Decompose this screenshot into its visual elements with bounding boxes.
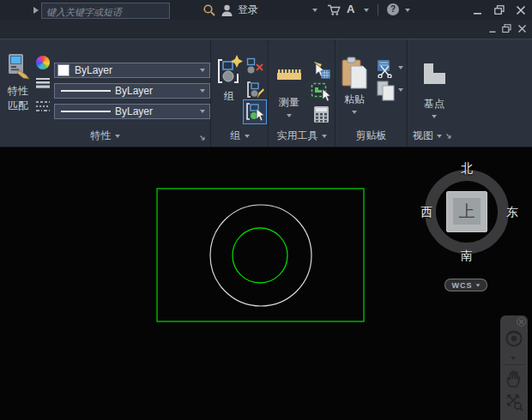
- linetype-sample: [61, 111, 111, 112]
- wcs-menu-button[interactable]: WCS: [444, 279, 487, 291]
- lineweight-icon[interactable]: [35, 77, 51, 91]
- lineweight-sample: [61, 90, 111, 92]
- linetype-dropdown[interactable]: ByLayer: [54, 104, 210, 119]
- utilities-panel-title-label: 实用工具: [277, 129, 318, 143]
- pan-hand-icon[interactable]: [505, 369, 523, 388]
- properties-dialog-launcher-icon[interactable]: [199, 135, 206, 141]
- cut-caret-icon[interactable]: [398, 66, 403, 69]
- color-wheel-icon[interactable]: [36, 56, 50, 69]
- match-properties-button[interactable]: 特性 匹配: [3, 53, 33, 113]
- group-selection-toggle[interactable]: [243, 99, 267, 124]
- viewcube-north-label[interactable]: 北: [458, 161, 475, 177]
- login-button[interactable]: 登录: [238, 0, 258, 20]
- clipboard-panel-title[interactable]: 剪贴板: [336, 129, 407, 143]
- utilities-panel-title[interactable]: 实用工具: [269, 129, 335, 143]
- lineweight-value: ByLayer: [115, 85, 153, 97]
- properties-panel-title[interactable]: 特性: [0, 129, 210, 143]
- panel-view: 基点 视图: [408, 39, 469, 147]
- app-store-cart-icon[interactable]: [327, 3, 341, 16]
- properties-panel-caret-icon: [115, 135, 120, 138]
- autodesk-logo[interactable]: A: [347, 3, 354, 15]
- ribbon: 特性 匹配 ByLayer ByLayer: [0, 39, 532, 147]
- user-icon[interactable]: [221, 3, 233, 17]
- properties-panel-title-label: 特性: [91, 129, 112, 143]
- panel-group: 组 组: [212, 39, 269, 147]
- help-dropdown-caret-icon[interactable]: [405, 9, 410, 12]
- paste-button-label: 粘贴: [337, 93, 372, 107]
- measure-caret-icon: [287, 114, 292, 117]
- cut-icon[interactable]: [374, 59, 394, 78]
- viewcube-top-face[interactable]: 上: [453, 198, 481, 225]
- doc-restore-button[interactable]: [502, 24, 511, 33]
- color-dropdown-caret-icon: [200, 69, 205, 72]
- minimize-button[interactable]: [473, 6, 482, 15]
- navbar-divider: [503, 364, 525, 365]
- apps-dropdown-caret-icon[interactable]: [364, 9, 369, 12]
- group-selection-icon: [245, 101, 265, 123]
- panel-properties: 特性 匹配 ByLayer ByLayer: [0, 39, 211, 147]
- viewcube-west-label[interactable]: 西: [418, 205, 435, 220]
- object-color-dropdown[interactable]: ByLayer: [54, 63, 210, 78]
- group-button[interactable]: 组: [215, 55, 244, 104]
- search-input[interactable]: [42, 5, 169, 20]
- match-properties-label-1: 特性: [3, 84, 33, 99]
- quick-calc-icon[interactable]: [313, 105, 329, 123]
- group-icon: [215, 55, 243, 86]
- ruler-icon: [276, 69, 302, 81]
- drawn-outer-circle[interactable]: [210, 205, 311, 306]
- drawn-rectangle[interactable]: [157, 189, 364, 321]
- match-properties-icon: [5, 53, 31, 81]
- measure-button-label: 测量: [270, 95, 308, 110]
- group-button-label: 组: [215, 89, 244, 104]
- drawing-area[interactable]: 北 西 东 南 上 WCS: [0, 147, 532, 420]
- steering-wheel-caret-icon[interactable]: [511, 357, 516, 360]
- close-button[interactable]: [516, 5, 526, 15]
- navbar-close-icon: [518, 319, 524, 325]
- doc-close-button[interactable]: [517, 24, 527, 33]
- group-edit-icon[interactable]: [246, 81, 264, 99]
- ungroup-icon[interactable]: [246, 57, 264, 75]
- doc-minimize-button[interactable]: [489, 26, 497, 33]
- view-panel-title-label: 视图: [413, 129, 433, 143]
- quick-select-icon[interactable]: [311, 61, 330, 79]
- linetype-dropdown-caret-icon: [200, 110, 205, 113]
- panel-clipboard: 粘贴 剪贴板: [336, 39, 408, 147]
- base-point-caret-icon: [432, 115, 437, 118]
- help-icon[interactable]: ?: [387, 3, 399, 15]
- linetype-value: ByLayer: [115, 105, 153, 117]
- view-panel-title[interactable]: 视图: [408, 129, 469, 143]
- lineweight-dropdown-caret-icon: [200, 89, 205, 93]
- copy-caret-icon[interactable]: [398, 88, 403, 92]
- autocad-window: 登录 A ?: [0, 0, 532, 420]
- navigation-bar: [500, 315, 528, 420]
- clipboard-panel-title-label: 剪贴板: [356, 129, 387, 143]
- base-point-button[interactable]: 基点: [414, 62, 454, 118]
- drawn-inner-circle[interactable]: [233, 228, 287, 283]
- navbar-close-button[interactable]: [517, 317, 526, 327]
- document-window-bar: [0, 20, 532, 39]
- view-dialog-launcher-icon[interactable]: [445, 133, 452, 140]
- viewcube-south-label[interactable]: 南: [458, 249, 475, 264]
- search-box[interactable]: [41, 3, 170, 19]
- search-icon[interactable]: [203, 3, 216, 17]
- copy-icon[interactable]: [376, 81, 396, 101]
- paste-icon: [341, 57, 368, 89]
- restore-button[interactable]: [494, 5, 505, 15]
- search-history-toggle-icon[interactable]: [33, 7, 39, 14]
- steering-wheel-icon[interactable]: [505, 329, 523, 350]
- paste-caret-icon: [352, 111, 357, 114]
- base-point-icon: [420, 62, 448, 86]
- select-similar-icon[interactable]: [311, 82, 331, 101]
- lineweight-dropdown[interactable]: ByLayer: [54, 83, 210, 99]
- paste-button[interactable]: 粘贴: [337, 57, 372, 114]
- utilities-panel-caret-icon: [322, 135, 327, 138]
- group-panel-title[interactable]: 组: [212, 129, 268, 143]
- match-properties-label-2: 匹配: [3, 99, 33, 113]
- login-dropdown-caret-icon[interactable]: [312, 9, 317, 12]
- zoom-extents-icon[interactable]: [505, 392, 523, 412]
- linetype-icon[interactable]: [35, 99, 51, 115]
- panel-utilities: 测量: [269, 39, 336, 147]
- viewcube-cube[interactable]: 上: [446, 191, 487, 232]
- viewcube-east-label[interactable]: 东: [504, 205, 521, 220]
- measure-button[interactable]: 测量: [270, 69, 308, 117]
